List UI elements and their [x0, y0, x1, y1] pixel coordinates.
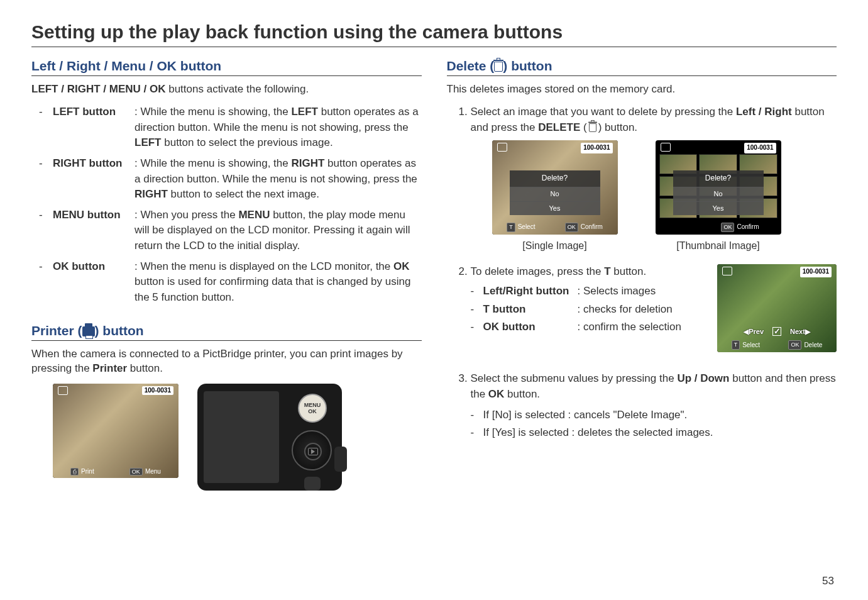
t-key-icon: T [507, 223, 515, 232]
delete-dialog: Delete? No Yes [510, 170, 600, 215]
delete-step-1: Select an image that you want to delete … [471, 104, 837, 253]
printer-lead: When the camera is connected to a PictBr… [31, 347, 422, 376]
caption-thumb: [Thumbnail Image] [656, 238, 781, 253]
section-printer-title: Printer () button [31, 323, 422, 338]
mode-icon [58, 386, 68, 395]
t-key-icon: T [732, 340, 740, 350]
lcd-thumb-delete: 100-0031 Delete? No Yes OKConfirm [656, 140, 781, 235]
section-rule [31, 75, 422, 76]
caption-single: [Single Image] [492, 238, 618, 253]
mode-icon [661, 143, 671, 152]
camera-dpad [292, 430, 332, 470]
lcd-single-delete: 100-0031 Delete? No Yes TSelect OKConfir… [492, 140, 618, 235]
ok-key-icon: OK [721, 223, 734, 232]
lcd-bottombar: ⎙Print OKMenu [53, 468, 179, 475]
section-rule [31, 340, 422, 341]
file-counter: 100-0031 [800, 267, 832, 277]
page-title: Setting up the play back function using … [31, 21, 837, 43]
section-lrmok-title: Left / Right / Menu / OK button [31, 58, 422, 74]
camera-menu-ok-button: MENU OK [298, 394, 327, 423]
ok-button-desc2: : confirm the selection [578, 319, 708, 335]
right-button-desc: : While the menu is showing, the RIGHT b… [135, 156, 422, 203]
lr-button-desc: : Selects images [578, 284, 708, 299]
play-icon [308, 448, 318, 455]
mode-icon [497, 143, 507, 152]
t-button-desc: : checks for deletion [578, 302, 708, 318]
camera-back-illustration: MENU OK [197, 384, 342, 491]
t-button-label: T button [483, 303, 526, 315]
menu-button-label: MENU button [53, 209, 121, 221]
step3-no: If [No] is selected : cancels "Delete Im… [483, 408, 837, 423]
trash-icon [589, 123, 596, 132]
delete-step-3: Select the submenu values by pressing th… [471, 371, 837, 441]
print-key-icon: ⎙ [70, 468, 79, 475]
camera-fn-button [304, 477, 321, 491]
file-counter: 100-0031 [581, 143, 612, 153]
right-button-label: RIGHT button [53, 157, 122, 169]
file-counter: 100-0031 [142, 386, 173, 395]
left-button-label: LEFT button [53, 106, 116, 118]
trash-icon [494, 62, 503, 72]
title-rule [31, 47, 837, 47]
delete-lead: This deletes images stored on the memory… [447, 82, 837, 97]
lrmok-list: LEFT button : While the menu is showing,… [53, 104, 422, 306]
ok-key-icon: OK [565, 223, 578, 232]
delete-step-2: 100-0031 ◀Prev Next▶ TSelect OKDelete [471, 264, 837, 352]
mode-icon [722, 267, 732, 275]
lcd-preview-print: 100-0031 ⎙Print OKMenu [53, 384, 179, 478]
printer-icon [82, 326, 95, 336]
ok-key-icon: OK [129, 468, 143, 475]
ok-button-label2: OK button [483, 321, 536, 333]
camera-side-button [334, 447, 347, 472]
lrmok-lead: LEFT / RIGHT / MENU / OK LEFT / RIGHT / … [31, 82, 422, 97]
file-counter: 100-0031 [744, 143, 776, 153]
menu-button-desc: : When you press the MENU button, the pl… [135, 208, 422, 254]
page-number: 53 [822, 575, 834, 587]
delete-steps: Select an image that you want to delete … [471, 104, 837, 441]
section-rule [447, 75, 837, 76]
delete-dialog: Delete? No Yes [673, 170, 764, 215]
ok-key-icon: OK [788, 340, 801, 350]
step3-yes: If [Yes] is selected : deletes the selec… [483, 425, 837, 441]
lr-button-label: Left/Right button [483, 285, 569, 297]
ok-button-label: OK button [53, 260, 105, 272]
section-delete-title: Delete () button [447, 58, 837, 74]
ok-button-desc: : When the menu is displayed on the LCD … [135, 259, 422, 306]
left-button-desc: : While the menu is showing, the LEFT bu… [135, 104, 422, 151]
